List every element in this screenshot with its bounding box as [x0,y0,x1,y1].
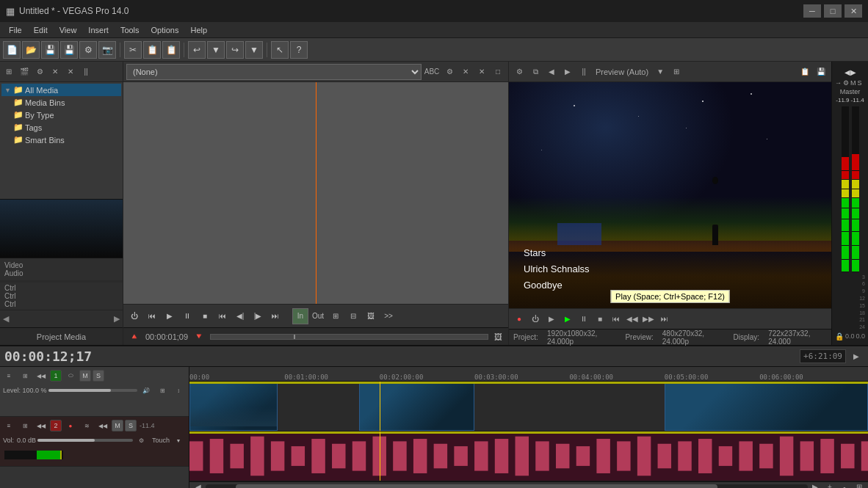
menu-file[interactable]: File [3,24,28,36]
preview-gear-btn[interactable]: ⚙ [512,65,527,79]
paste-button[interactable]: 📋 [162,41,180,59]
track-1-more[interactable]: ◀◀ [34,368,48,383]
track-1-fx1[interactable]: ⊞ [155,383,170,398]
preview-btn-3[interactable]: ◀ [544,65,559,79]
src-pause-btn[interactable]: ⏸ [179,308,195,324]
source-btn-5[interactable]: □ [491,65,505,79]
menu-options[interactable]: Options [145,24,185,36]
timeline-scrollbar[interactable]: ◀ ▶ + - ⊞ [189,481,868,488]
redo-dropdown[interactable]: ▼ [245,41,263,59]
open-button[interactable]: 📂 [22,41,40,59]
scroll-track[interactable] [206,484,808,489]
new-button[interactable]: 📄 [3,41,21,59]
track-1-split[interactable]: ⊞ [18,368,32,383]
media-toolbar-btn-6[interactable]: || [79,65,93,79]
nav-next[interactable]: ▶ [114,314,120,324]
track-1-solo[interactable]: S [93,370,104,382]
menu-view[interactable]: View [54,24,83,36]
vu-m-btn[interactable]: M [850,79,856,87]
nav-prev[interactable]: ◀ [3,314,9,324]
save-as-button[interactable]: 💾 [60,41,78,59]
media-toolbar-btn-4[interactable]: ✕ [48,65,62,79]
source-dropdown[interactable]: (None) [126,64,422,80]
media-toolbar-btn-2[interactable]: 🎬 [17,65,32,79]
prev-pause-btn[interactable]: ⏸ [576,312,591,327]
render-button[interactable]: ⚙ [79,41,97,59]
undo-dropdown[interactable]: ▼ [207,41,225,59]
copy-button[interactable]: 📋 [143,41,161,59]
menu-insert[interactable]: Insert [82,24,115,36]
src-in-btn[interactable]: In [292,308,308,324]
prev-play-btn[interactable]: ▶ [544,312,559,327]
track-2-wave[interactable]: ≋ [79,418,94,433]
vu-arrow-btn[interactable]: → [835,79,842,87]
tree-item-media-bins[interactable]: 📁 Media Bins [1,96,121,109]
track-2-expand[interactable]: ≡ [1,418,16,433]
prev-stop-btn[interactable]: ■ [593,312,607,327]
preview-copy-btn[interactable]: 📋 [798,65,812,79]
timeline-scroll-right[interactable]: ▶ [849,349,864,364]
tree-item-tags[interactable]: 📁 Tags [1,121,121,134]
menu-tools[interactable]: Tools [115,24,145,36]
track-1-level-icon[interactable]: 🔊 [139,383,153,398]
track-1-fx2[interactable]: ↕ [171,383,186,398]
track-1-auto[interactable]: ⬭ [63,368,78,383]
track-2-mute[interactable]: M [112,420,123,431]
track-2-level-slider[interactable] [37,439,133,442]
audio-clip-1[interactable] [189,431,868,481]
preview-grid-btn[interactable]: ⊞ [669,65,684,79]
track-1-expand[interactable]: ≡ [1,368,16,383]
vu-expand-btn[interactable]: ◀▶ [845,68,856,76]
source-btn-abc[interactable]: ABC [423,65,441,79]
menu-help[interactable]: Help [184,24,213,36]
src-out-btn[interactable]: Out [310,308,326,324]
media-toolbar-btn-3[interactable]: ⚙ [32,65,47,79]
src-prev-btn[interactable]: ⏮ [144,308,160,324]
redo-button[interactable]: ↪ [226,41,244,59]
cut-button[interactable]: ✂ [124,41,142,59]
vu-s-btn[interactable]: S [858,79,862,87]
prev-skip-start-btn[interactable]: ⏮ [609,312,623,327]
src-stop-btn[interactable]: ■ [197,308,213,324]
preview-save-btn[interactable]: 💾 [814,65,828,79]
tree-item-by-type[interactable]: 📁 By Type [1,109,121,121]
video-clip-2[interactable] [359,382,474,431]
source-btn-3[interactable]: ✕ [458,65,473,79]
video-clip-1[interactable] [189,382,278,431]
preview-split-btn[interactable]: || [576,65,591,79]
minimize-button[interactable]: ─ [803,4,821,18]
prev-power-btn[interactable]: ⏻ [528,312,543,327]
src-more1-btn[interactable]: ⊞ [328,308,344,324]
preview-btn-4[interactable]: ▶ [560,65,575,79]
src-play-btn[interactable]: ▶ [162,308,178,324]
src-skipstart-btn[interactable]: ⏮ [214,308,231,324]
prev-skip-end-btn[interactable]: ⏭ [657,312,672,327]
preview-btn-2[interactable]: ⧉ [528,65,543,79]
prev-next-frame-btn[interactable]: ▶▶ [641,312,656,327]
src-power-btn[interactable]: ⏻ [126,308,142,324]
tree-item-all-media[interactable]: ▼ 📁 All Media [1,84,121,96]
tree-item-smart-bins[interactable]: 📁 Smart Bins [1,134,121,146]
source-btn-2[interactable]: ⚙ [442,65,457,79]
cursor-button[interactable]: ↖ [271,41,289,59]
maximize-button[interactable]: □ [824,4,842,18]
prev-play2-btn[interactable]: ▶ [560,312,575,327]
capture-button[interactable]: 📷 [98,41,116,59]
save-button[interactable]: 💾 [41,41,59,59]
track-2-pan[interactable]: ◀◀ [95,418,110,433]
track-2-touch-dropdown[interactable]: ▼ [171,433,186,448]
src-more2-btn[interactable]: ⊟ [345,308,361,324]
scroll-thumb[interactable] [236,484,717,489]
preview-dropdown[interactable]: ▼ [653,65,668,79]
close-button[interactable]: ✕ [845,4,862,18]
track-1-level-slider[interactable] [48,389,137,392]
src-stepback-btn[interactable]: ◀| [232,308,248,324]
track-2-solo[interactable]: S [125,420,137,431]
prev-prev-frame-btn[interactable]: ◀◀ [625,312,640,327]
track-1-mute[interactable]: M [79,370,91,382]
src-skipend-btn[interactable]: ⏭ [267,308,283,324]
source-btn-4[interactable]: ✕ [474,65,489,79]
media-toolbar-btn-1[interactable]: ⊞ [1,65,16,79]
vu-gear-btn[interactable]: ⚙ [843,79,849,87]
track-2-rec[interactable]: ● [63,418,78,433]
